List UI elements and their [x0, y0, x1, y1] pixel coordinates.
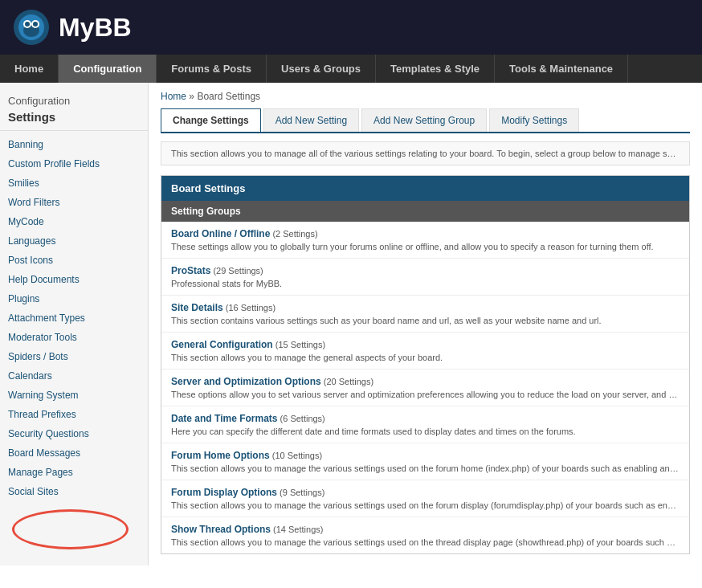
setting-group-count-6: (10 Settings)	[270, 451, 322, 460]
sidebar-item-thread-prefixes[interactable]: Thread Prefixes	[0, 405, 148, 424]
setting-group-count-5: (6 Settings)	[277, 414, 324, 423]
setting-group-count-0: (2 Settings)	[270, 229, 317, 239]
sidebar-item-post-icons[interactable]: Post Icons	[0, 251, 148, 270]
setting-group-row: Forum Display Options (9 Settings)This s…	[161, 480, 689, 517]
setting-group-desc-4: These options allow you to set various s…	[171, 390, 680, 399]
setting-group-title-1[interactable]: ProStats	[171, 265, 210, 276]
tab-modify-settings[interactable]: Modify Settings	[489, 108, 579, 132]
setting-groups-list: Board Online / Offline (2 Settings)These…	[161, 222, 689, 553]
setting-group-row: Forum Home Options (10 Settings)This sec…	[161, 443, 689, 480]
sidebar-item-board-messages[interactable]: Board Messages	[0, 443, 148, 463]
board-settings-panel: Board Settings Setting Groups Board Onli…	[161, 175, 690, 554]
setting-group-count-4: (20 Settings)	[321, 377, 373, 386]
setting-group-title-0[interactable]: Board Online / Offline	[171, 228, 270, 239]
setting-group-desc-1: Professional stats for MyBB.	[171, 279, 680, 288]
navbar: Home Configuration Forums & Posts Users …	[0, 55, 702, 83]
setting-group-title-5[interactable]: Date and Time Formats	[171, 413, 277, 424]
tabs-container: Change Settings Add New Setting Add New …	[161, 108, 690, 133]
sidebar-item-banning[interactable]: Banning	[0, 135, 148, 154]
setting-group-title-6[interactable]: Forum Home Options	[171, 450, 270, 461]
sidebar: Configuration Settings Banning Custom Pr…	[0, 83, 149, 566]
sidebar-item-moderator-tools[interactable]: Moderator Tools	[0, 328, 148, 347]
setting-group-row: Server and Optimization Options (20 Sett…	[161, 370, 689, 406]
logo-area: MyBB	[12, 8, 132, 47]
setting-group-count-7: (9 Settings)	[277, 488, 324, 497]
header: MyBB	[0, 0, 702, 55]
svg-point-6	[33, 22, 38, 27]
sidebar-item-calendars[interactable]: Calendars	[0, 366, 148, 386]
setting-group-count-2: (16 Settings)	[223, 303, 275, 312]
sidebar-item-plugins[interactable]: Plugins	[0, 289, 148, 308]
nav-forums-posts[interactable]: Forums & Posts	[157, 55, 267, 83]
content-area: Configuration Settings Banning Custom Pr…	[0, 83, 702, 566]
sidebar-item-security-questions[interactable]: Security Questions	[0, 424, 148, 443]
setting-group-title-8[interactable]: Show Thread Options	[171, 524, 271, 535]
red-oval-decoration	[12, 509, 129, 549]
setting-group-desc-3: This section allows you to manage the ge…	[171, 353, 680, 362]
setting-group-row: Board Online / Offline (2 Settings)These…	[161, 222, 689, 259]
setting-group-title-4[interactable]: Server and Optimization Options	[171, 376, 321, 387]
sidebar-item-word-filters[interactable]: Word Filters	[0, 193, 148, 212]
svg-point-5	[25, 22, 30, 27]
breadcrumb-separator: »	[189, 91, 197, 102]
sidebar-item-mycode[interactable]: MyCode	[0, 212, 148, 231]
setting-group-row: Show Thread Options (14 Settings)This se…	[161, 517, 689, 553]
sidebar-item-smilies[interactable]: Smilies	[0, 174, 148, 193]
setting-group-row: General Configuration (15 Settings)This …	[161, 333, 689, 370]
board-settings-title: Board Settings	[161, 176, 689, 201]
setting-group-row: Site Details (16 Settings)This section c…	[161, 296, 689, 333]
nav-home[interactable]: Home	[0, 55, 59, 83]
breadcrumb: Home » Board Settings	[161, 91, 690, 102]
sidebar-item-spiders-bots[interactable]: Spiders / Bots	[0, 347, 148, 366]
setting-group-desc-8: This section allows you to manage the va…	[171, 537, 680, 547]
main-content: Home » Board Settings Change Settings Ad…	[149, 83, 702, 566]
sidebar-item-custom-profile-fields[interactable]: Custom Profile Fields	[0, 154, 148, 174]
nav-tools-maintenance[interactable]: Tools & Maintenance	[495, 55, 628, 83]
logo-text: MyBB	[59, 13, 132, 43]
setting-group-title-2[interactable]: Site Details	[171, 302, 223, 313]
sidebar-item-manage-pages[interactable]: Manage Pages	[0, 463, 148, 482]
tab-change-settings[interactable]: Change Settings	[161, 108, 261, 133]
sidebar-settings-heading: Settings	[0, 108, 148, 131]
setting-group-title-7[interactable]: Forum Display Options	[171, 487, 277, 498]
setting-groups-header: Setting Groups	[161, 201, 689, 222]
setting-group-row: Date and Time Formats (6 Settings)Here y…	[161, 406, 689, 443]
sidebar-config-label: Configuration	[0, 91, 148, 108]
setting-group-row: ProStats (29 Settings)Professional stats…	[161, 259, 689, 296]
setting-group-desc-0: These settings allow you to globally tur…	[171, 242, 680, 251]
tab-add-new-setting-group[interactable]: Add New Setting Group	[361, 108, 487, 132]
setting-group-desc-6: This section allows you to manage the va…	[171, 463, 680, 473]
setting-group-desc-2: This section contains various settings s…	[171, 316, 680, 325]
setting-group-count-3: (15 Settings)	[273, 340, 325, 349]
info-box: This section allows you to manage all of…	[161, 141, 690, 165]
breadcrumb-current: Board Settings	[197, 91, 260, 102]
sidebar-item-languages[interactable]: Languages	[0, 231, 148, 251]
tab-add-new-setting[interactable]: Add New Setting	[263, 108, 359, 132]
setting-group-desc-7: This section allows you to manage the va…	[171, 500, 680, 510]
logo-icon	[12, 8, 51, 47]
sidebar-item-social-sites[interactable]: Social Sites	[0, 482, 148, 501]
setting-group-title-3[interactable]: General Configuration	[171, 339, 273, 350]
setting-group-count-8: (14 Settings)	[271, 525, 323, 534]
breadcrumb-home[interactable]: Home	[161, 91, 186, 102]
sidebar-item-attachment-types[interactable]: Attachment Types	[0, 308, 148, 328]
sidebar-item-help-documents[interactable]: Help Documents	[0, 270, 148, 289]
nav-users-groups[interactable]: Users & Groups	[267, 55, 376, 83]
sidebar-item-warning-system[interactable]: Warning System	[0, 386, 148, 405]
nav-configuration[interactable]: Configuration	[59, 55, 157, 83]
nav-templates-style[interactable]: Templates & Style	[376, 55, 495, 83]
setting-group-desc-5: Here you can specify the different date …	[171, 427, 680, 436]
setting-group-count-1: (29 Settings)	[210, 266, 263, 276]
